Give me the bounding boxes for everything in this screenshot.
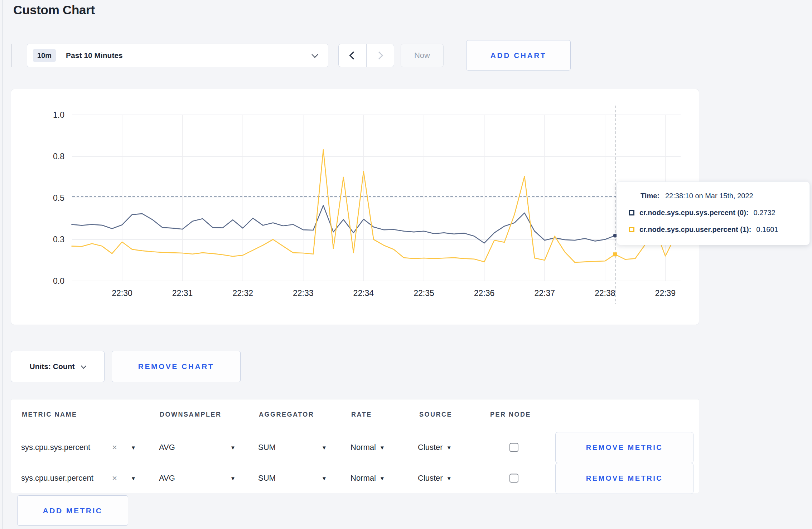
svg-text:1.0: 1.0 <box>53 110 64 120</box>
rate-caret-icon: ▼ <box>380 475 385 481</box>
rate-dropdown[interactable]: Normal ▼ <box>351 474 385 483</box>
tooltip-series-row: cr.node.sys.cpu.user.percent (1): 0.1601 <box>629 225 801 234</box>
metric-dropdown-caret-icon[interactable]: ▼ <box>131 475 136 481</box>
tooltip-time-value: 22:38:10 on Mar 15th, 2022 <box>665 192 753 200</box>
table-row: sys.cpu.user.percent × ▼ AVG ▼ SUM ▼ Nor… <box>11 463 699 494</box>
rate-value: Normal <box>351 474 376 483</box>
units-dropdown[interactable]: Units: Count <box>11 351 105 382</box>
svg-text:22:33: 22:33 <box>293 288 314 298</box>
remove-metric-button[interactable]: REMOVE METRIC <box>555 463 693 494</box>
svg-text:22:31: 22:31 <box>172 288 193 298</box>
chart-hover-tooltip: Time: 22:38:10 on Mar 15th, 2022 cr.node… <box>617 181 810 245</box>
col-header-source: SOURCE <box>419 411 452 418</box>
page-title: Custom Chart <box>13 3 95 17</box>
cpu-usage-chart[interactable]: 0.00.30.50.81.022:3022:3122:3222:3322:34… <box>11 89 700 325</box>
remove-metric-button[interactable]: REMOVE METRIC <box>555 432 693 463</box>
tooltip-user-label: cr.node.sys.cpu.user.percent (1): <box>639 225 751 234</box>
tooltip-sys-value: 0.2732 <box>754 209 775 217</box>
downsampler-caret-icon[interactable]: ▼ <box>230 475 236 481</box>
clear-metric-icon[interactable]: × <box>112 473 117 483</box>
table-row: sys.cpu.sys.percent × ▼ AVG ▼ SUM ▼ Norm… <box>11 432 699 463</box>
tooltip-time-row: Time: 22:38:10 on Mar 15th, 2022 <box>641 192 801 200</box>
source-caret-icon: ▼ <box>446 475 452 481</box>
aggregator-caret-icon[interactable]: ▼ <box>322 475 327 481</box>
time-range-label: Past 10 Minutes <box>66 51 123 60</box>
time-range-dropdown[interactable]: 10m Past 10 Minutes <box>27 44 328 67</box>
metrics-table: METRIC NAME DOWNSAMPLER AGGREGATOR RATE … <box>11 399 699 493</box>
col-header-per-node: PER NODE <box>490 411 531 418</box>
svg-text:22:32: 22:32 <box>232 288 253 298</box>
clear-metric-icon[interactable]: × <box>112 442 117 452</box>
svg-text:22:35: 22:35 <box>414 288 434 298</box>
source-value: Cluster <box>418 443 443 452</box>
svg-text:22:38: 22:38 <box>595 288 615 298</box>
add-metric-button[interactable]: ADD METRIC <box>17 495 128 526</box>
next-time-button[interactable] <box>366 44 394 67</box>
tooltip-user-value: 0.1601 <box>756 225 778 234</box>
col-header-downsampler: DOWNSAMPLER <box>160 411 222 418</box>
aggregator-caret-icon[interactable]: ▼ <box>322 445 327 451</box>
remove-chart-button[interactable]: REMOVE CHART <box>112 351 241 382</box>
source-dropdown[interactable]: Cluster ▼ <box>418 443 452 452</box>
chevron-right-icon <box>375 52 383 60</box>
rate-value: Normal <box>351 443 376 452</box>
svg-text:22:34: 22:34 <box>353 288 374 298</box>
svg-text:22:37: 22:37 <box>534 288 555 298</box>
source-caret-icon: ▼ <box>446 445 452 451</box>
now-button[interactable]: Now <box>401 44 444 67</box>
svg-text:22:36: 22:36 <box>474 288 495 298</box>
downsampler-value[interactable]: AVG <box>159 443 175 452</box>
downsampler-caret-icon[interactable]: ▼ <box>230 445 236 451</box>
svg-text:0.5: 0.5 <box>53 193 64 203</box>
aggregator-value[interactable]: SUM <box>258 474 276 483</box>
add-chart-button[interactable]: ADD CHART <box>466 40 571 71</box>
svg-text:22:30: 22:30 <box>112 288 132 298</box>
col-header-metric-name: METRIC NAME <box>22 411 77 418</box>
rate-caret-icon: ▼ <box>380 445 385 451</box>
metric-dropdown-caret-icon[interactable]: ▼ <box>131 445 136 451</box>
metric-name-value[interactable]: sys.cpu.sys.percent <box>21 443 90 452</box>
tooltip-series-row: cr.node.sys.cpu.sys.percent (0): 0.2732 <box>629 209 801 217</box>
aggregator-value[interactable]: SUM <box>258 443 276 452</box>
per-node-checkbox[interactable] <box>509 474 518 483</box>
svg-text:0.3: 0.3 <box>53 235 64 244</box>
controls-left-divider <box>11 44 12 67</box>
time-nav-group <box>338 44 394 67</box>
rate-dropdown[interactable]: Normal ▼ <box>351 443 385 452</box>
chart-card: 0.00.30.50.81.022:3022:3122:3222:3322:34… <box>11 89 699 325</box>
chevron-down-icon <box>81 363 87 369</box>
per-node-checkbox[interactable] <box>509 443 518 452</box>
units-label: Units: Count <box>30 362 75 371</box>
svg-text:0.8: 0.8 <box>53 152 64 161</box>
col-header-rate: RATE <box>351 411 372 418</box>
tooltip-time-label: Time: <box>641 192 659 200</box>
metric-name-value[interactable]: sys.cpu.user.percent <box>21 474 93 483</box>
svg-text:22:39: 22:39 <box>655 288 676 298</box>
col-header-aggregator: AGGREGATOR <box>259 411 314 418</box>
chevron-down-icon <box>311 51 318 58</box>
series-user-swatch-icon <box>629 227 634 232</box>
chevron-left-icon <box>349 52 358 60</box>
series-sys-swatch-icon <box>629 210 634 215</box>
tooltip-sys-label: cr.node.sys.cpu.sys.percent (0): <box>639 209 749 217</box>
prev-time-button[interactable] <box>339 44 366 67</box>
downsampler-value[interactable]: AVG <box>159 474 175 483</box>
time-range-badge: 10m <box>33 49 56 62</box>
source-value: Cluster <box>418 474 443 483</box>
svg-text:0.0: 0.0 <box>53 276 64 286</box>
source-dropdown[interactable]: Cluster ▼ <box>418 474 452 483</box>
